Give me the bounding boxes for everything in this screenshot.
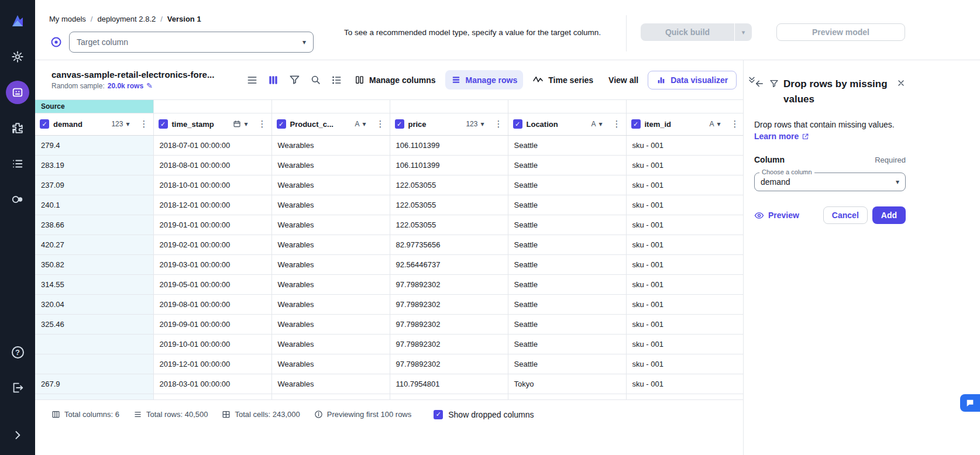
cells-grid-icon <box>222 410 231 419</box>
filter-icon[interactable] <box>286 71 303 89</box>
text-type-icon[interactable]: A▾ <box>591 120 602 128</box>
table-cell: sku - 001 <box>626 374 743 394</box>
table-cell: 325.46 <box>35 314 153 334</box>
target-column-placeholder: Target column <box>77 37 302 47</box>
canvas-logo[interactable] <box>6 9 29 33</box>
sample-label: Random sample: <box>51 82 105 90</box>
breadcrumb-my-models[interactable]: My models <box>49 15 86 23</box>
column-name: Product_c... <box>290 120 333 129</box>
column-header-demand[interactable]: demand 123▾ ⋮ <box>35 113 153 135</box>
search-icon[interactable] <box>307 71 324 89</box>
kebab-menu-icon[interactable]: ⋮ <box>494 119 503 129</box>
table-cell: Seattle <box>508 274 626 294</box>
manage-columns-button[interactable]: Manage columns <box>349 70 442 89</box>
table-cell: 2019-09-01 00:00:00 <box>153 314 271 334</box>
empty-cell <box>153 394 271 399</box>
column-checkbox-checked-icon[interactable] <box>395 119 404 129</box>
table-cell: sku - 001 <box>626 334 743 354</box>
preview-button[interactable]: Preview <box>754 211 799 220</box>
settings-gear-icon[interactable] <box>6 45 29 68</box>
text-type-icon[interactable]: A▾ <box>709 120 720 128</box>
table-cell: 2018-08-01 00:00:00 <box>153 155 271 175</box>
show-dropped-columns-toggle[interactable]: Show dropped columns <box>434 410 534 419</box>
quick-build-dropdown-caret[interactable]: ▾ <box>734 23 752 41</box>
add-button[interactable]: Add <box>872 206 906 224</box>
table-row: 350.822019-03-01 00:00:00Wearables92.564… <box>35 254 743 274</box>
column-header-product-category[interactable]: Product_c... A▾ ⋮ <box>271 113 390 135</box>
column-view-icon[interactable] <box>264 71 282 89</box>
cancel-button[interactable]: Cancel <box>823 206 868 224</box>
text-type-icon[interactable]: A▾ <box>355 120 366 128</box>
table-cell: 2019-01-01 00:00:00 <box>153 215 271 235</box>
date-type-icon[interactable]: ▾ <box>233 120 247 128</box>
table-cell: sku - 001 <box>626 175 743 195</box>
view-all-button[interactable]: View all <box>603 71 644 89</box>
table-cell: 97.79892302 <box>390 334 508 354</box>
back-arrow-icon[interactable] <box>754 78 765 89</box>
column-header-item-id[interactable]: item_id A▾ ⋮ <box>626 113 743 135</box>
automations-circles-icon[interactable] <box>6 188 29 211</box>
column-name: item_id <box>645 120 672 129</box>
column-name: demand <box>53 120 82 129</box>
column-header-price[interactable]: price 123▾ ⋮ <box>390 113 508 135</box>
schema-list-icon[interactable] <box>328 71 345 89</box>
column-checkbox-checked-icon[interactable] <box>631 119 641 129</box>
empty-cell <box>271 394 390 399</box>
breadcrumb-deployment[interactable]: deployment 2.8.2 <box>97 15 156 23</box>
expand-sidebar-chevron-icon[interactable] <box>6 423 29 447</box>
help-icon[interactable]: ? <box>6 340 29 364</box>
column-header-time-stamp[interactable]: time_stamp ▾ ⋮ <box>153 113 271 135</box>
content-area: canvas-sample-retail-electronics-fore...… <box>35 60 980 455</box>
row-view-icon[interactable] <box>243 71 261 89</box>
total-columns-stat: Total columns: 6 <box>51 410 119 419</box>
table-cell: 350.82 <box>35 254 153 274</box>
choose-column-select[interactable]: Choose a column demand ▾ <box>754 173 906 191</box>
time-series-button[interactable]: Time series <box>527 70 599 90</box>
kebab-menu-icon[interactable]: ⋮ <box>140 119 149 129</box>
kebab-menu-icon[interactable]: ⋮ <box>258 119 267 129</box>
table-cell: Wearables <box>271 314 390 334</box>
kebab-menu-icon[interactable]: ⋮ <box>613 119 621 129</box>
table-cell: Wearables <box>271 135 390 155</box>
table-cell: 110.7954801 <box>390 374 508 394</box>
target-column-group: Target column ▾ <box>49 32 314 53</box>
kebab-menu-icon[interactable]: ⋮ <box>731 119 740 129</box>
number-type-icon[interactable]: 123▾ <box>466 120 484 128</box>
source-row: Source <box>35 100 743 113</box>
column-checkbox-checked-icon[interactable] <box>40 119 49 129</box>
kebab-menu-icon[interactable]: ⋮ <box>376 119 385 129</box>
my-models-icon[interactable] <box>6 81 29 104</box>
data-visualizer-button[interactable]: Data visualizer <box>648 71 737 89</box>
logout-icon[interactable] <box>6 376 29 399</box>
close-icon[interactable] <box>896 78 906 88</box>
learn-more-link[interactable]: Learn more <box>754 132 809 141</box>
quick-build-label: Quick build <box>641 27 734 37</box>
edit-sample-pencil-icon[interactable]: ✎ <box>146 81 153 90</box>
manage-rows-button[interactable]: Manage rows <box>445 70 524 89</box>
main-area: My models / deployment 2.8.2 / Version 1… <box>35 0 980 455</box>
panel-description: Drop rows that contain missing values. <box>754 119 906 130</box>
sample-size-link[interactable]: 20.0k rows <box>108 82 143 90</box>
datasets-list-icon[interactable] <box>6 152 29 175</box>
table-cell: Seattle <box>508 314 626 334</box>
top-header: My models / deployment 2.8.2 / Version 1… <box>35 0 980 60</box>
table-cell: Tokyo <box>508 374 626 394</box>
checkbox-checked-icon[interactable] <box>434 410 443 419</box>
column-checkbox-checked-icon[interactable] <box>159 119 168 129</box>
quick-build-button[interactable]: Quick build ▾ <box>641 23 752 41</box>
column-checkbox-checked-icon[interactable] <box>513 119 522 129</box>
table-cell: sku - 001 <box>626 235 743 254</box>
number-type-icon[interactable]: 123▾ <box>111 120 129 128</box>
empty-cell <box>271 100 390 113</box>
table-cell: sku - 001 <box>626 135 743 155</box>
table-cell: 106.1101399 <box>390 135 508 155</box>
target-column-select[interactable]: Target column ▾ <box>69 32 314 53</box>
manage-rows-label: Manage rows <box>466 75 518 85</box>
custom-models-puzzle-icon[interactable] <box>6 116 29 140</box>
column-header-location[interactable]: Location A▾ ⋮ <box>508 113 626 135</box>
column-checkbox-checked-icon[interactable] <box>277 119 286 129</box>
preview-model-button[interactable]: Preview model <box>776 23 905 41</box>
rows-icon <box>133 410 142 419</box>
table-cell: sku - 001 <box>626 294 743 314</box>
feedback-chat-widget[interactable] <box>960 394 980 412</box>
